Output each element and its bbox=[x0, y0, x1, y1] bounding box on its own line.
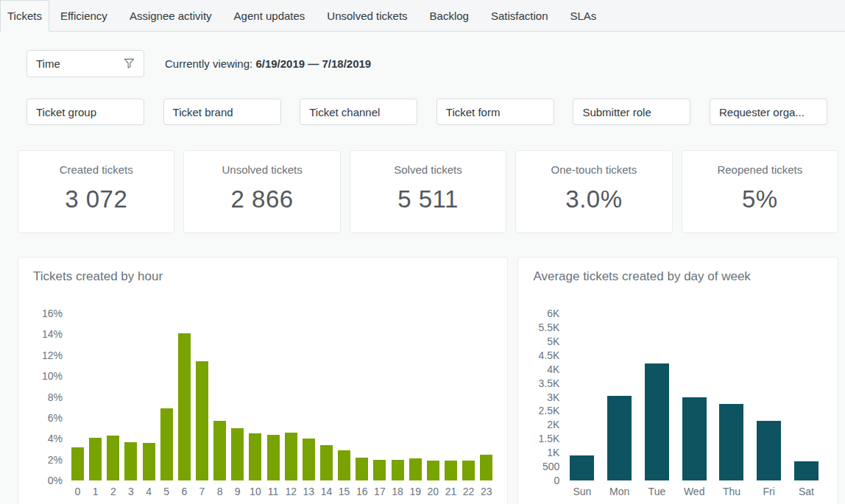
bar-column: 22 bbox=[462, 313, 475, 498]
bar-column: 19 bbox=[409, 313, 422, 498]
x-axis-label: 8 bbox=[217, 486, 223, 498]
bar[interactable] bbox=[719, 404, 743, 480]
bar[interactable] bbox=[427, 461, 439, 480]
tab-assignee-activity[interactable]: Assignee activity bbox=[119, 0, 223, 32]
bar[interactable] bbox=[409, 458, 422, 480]
bar[interactable] bbox=[445, 461, 457, 480]
x-axis-label: 15 bbox=[339, 486, 350, 498]
bar[interactable] bbox=[682, 397, 707, 481]
bar[interactable] bbox=[757, 421, 781, 480]
tab-backlog[interactable]: Backlog bbox=[419, 0, 480, 32]
y-axis-tick-label: 5.5K bbox=[539, 322, 560, 333]
y-axis-tick-label: 16% bbox=[42, 308, 63, 319]
kpi-value: 5 511 bbox=[350, 185, 506, 213]
chart-title: Tickets created by hour bbox=[33, 269, 492, 284]
chart-plot: 0%2%4%6%8%10%12%14%16% 01234567891011121… bbox=[33, 313, 492, 498]
kpi-unsolved-tickets: Unsolved tickets 2 866 bbox=[183, 150, 340, 233]
bar-column: 13 bbox=[303, 313, 315, 498]
bar-column: 4 bbox=[143, 313, 155, 498]
bar-column: 17 bbox=[373, 313, 386, 498]
bar-column: 7 bbox=[196, 313, 208, 498]
y-axis-tick-label: 3K bbox=[547, 391, 559, 403]
bar[interactable] bbox=[178, 333, 191, 480]
bar-column: 10 bbox=[249, 313, 261, 498]
filter-buttons-row: Ticket group Ticket brand Ticket channel… bbox=[26, 99, 827, 125]
bar-column: 11 bbox=[267, 313, 280, 498]
bar[interactable] bbox=[160, 408, 173, 480]
filter-ticket-group[interactable]: Ticket group bbox=[26, 99, 144, 125]
funnel-icon bbox=[124, 57, 135, 71]
filter-ticket-channel[interactable]: Ticket channel bbox=[300, 99, 417, 125]
tab-label: Unsolved tickets bbox=[327, 10, 407, 22]
bar-column: 21 bbox=[445, 313, 457, 498]
bar-column: 5 bbox=[160, 313, 173, 498]
x-axis-label: Fri bbox=[763, 486, 775, 498]
bar-column: 9 bbox=[231, 313, 244, 498]
filter-submitter-role[interactable]: Submitter role bbox=[573, 99, 690, 125]
bar[interactable] bbox=[356, 458, 368, 480]
bar[interactable] bbox=[373, 460, 386, 480]
bar[interactable] bbox=[462, 461, 475, 480]
x-axis-label: 23 bbox=[481, 486, 492, 498]
bar[interactable] bbox=[392, 460, 404, 480]
bar-column: 1 bbox=[89, 313, 102, 498]
filter-label: Ticket brand bbox=[173, 106, 272, 118]
y-axis-tick-label: 4.5K bbox=[539, 349, 560, 361]
bar-column: Wed bbox=[682, 313, 707, 498]
x-axis-label: 4 bbox=[146, 486, 152, 498]
bar[interactable] bbox=[213, 421, 226, 480]
tab-label: Assignee activity bbox=[130, 10, 212, 22]
x-axis-label: 11 bbox=[268, 486, 279, 498]
x-axis-label: 9 bbox=[235, 486, 241, 498]
filter-ticket-form[interactable]: Ticket form bbox=[436, 99, 554, 125]
filter-ticket-brand[interactable]: Ticket brand bbox=[163, 99, 281, 125]
bar[interactable] bbox=[338, 450, 350, 480]
bar[interactable] bbox=[794, 461, 819, 480]
bar[interactable] bbox=[107, 436, 119, 480]
dashboard-tab-bar: Tickets Efficiency Assignee activity Age… bbox=[0, 0, 845, 32]
bar[interactable] bbox=[143, 443, 155, 480]
x-axis-label: 13 bbox=[303, 486, 315, 498]
bar[interactable] bbox=[196, 361, 208, 480]
y-axis-tick-label: 4% bbox=[48, 433, 63, 444]
y-axis: 05001K1.5K2K2.5K3K3.5K4K4.5K5K5.5K6K bbox=[533, 313, 559, 480]
bar[interactable] bbox=[480, 455, 492, 480]
x-axis-label: 19 bbox=[409, 486, 421, 498]
bar-column: Tue bbox=[645, 313, 669, 498]
tab-efficiency[interactable]: Efficiency bbox=[49, 0, 119, 32]
x-axis-label: 12 bbox=[285, 486, 297, 498]
kpi-created-tickets: Created tickets 3 072 bbox=[18, 150, 174, 233]
bar[interactable] bbox=[267, 435, 280, 480]
tab-agent-updates[interactable]: Agent updates bbox=[223, 0, 317, 32]
kpi-label: One-touch tickets bbox=[516, 163, 671, 176]
bar[interactable] bbox=[124, 442, 137, 480]
tab-unsolved-tickets[interactable]: Unsolved tickets bbox=[316, 0, 418, 32]
y-axis-tick-label: 10% bbox=[42, 370, 63, 382]
bar[interactable] bbox=[570, 455, 594, 480]
filter-requester-organization[interactable]: Requester orga... bbox=[710, 99, 827, 125]
x-axis-label: Sat bbox=[799, 486, 814, 498]
tab-satisfaction[interactable]: Satisfaction bbox=[480, 0, 559, 32]
time-filter-button[interactable]: Time bbox=[26, 50, 144, 77]
y-axis-tick-label: 8% bbox=[48, 391, 63, 403]
x-axis-label: 16 bbox=[356, 486, 368, 498]
bar[interactable] bbox=[249, 433, 261, 480]
tab-tickets[interactable]: Tickets bbox=[0, 0, 49, 32]
x-axis-label: 0 bbox=[75, 486, 81, 498]
bar[interactable] bbox=[285, 433, 297, 480]
bar[interactable] bbox=[71, 447, 84, 480]
bar[interactable] bbox=[320, 445, 333, 480]
bar-column: Mon bbox=[607, 313, 632, 498]
x-axis-label: Sun bbox=[573, 486, 591, 498]
tab-slas[interactable]: SLAs bbox=[559, 0, 607, 32]
kpi-value: 3 072 bbox=[18, 185, 174, 213]
bar[interactable] bbox=[89, 438, 102, 480]
x-axis-label: Tue bbox=[648, 486, 666, 498]
y-axis-tick-label: 3.5K bbox=[539, 377, 560, 389]
bar[interactable] bbox=[303, 439, 315, 480]
time-filter-row: Time Currently viewing: 6/19/2019 — 7/18… bbox=[26, 50, 827, 77]
bar[interactable] bbox=[607, 396, 632, 480]
bar[interactable] bbox=[645, 363, 669, 480]
bar[interactable] bbox=[231, 428, 244, 480]
filter-label: Requester orga... bbox=[719, 106, 818, 118]
